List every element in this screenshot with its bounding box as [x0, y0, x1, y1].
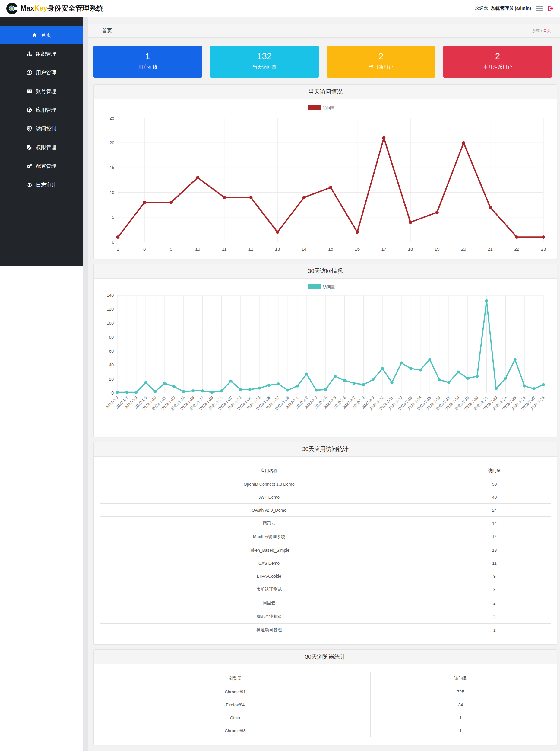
table-cell: JWT Demo — [100, 491, 438, 504]
svg-text:15: 15 — [328, 246, 333, 251]
column-header: 访问量 — [371, 672, 551, 686]
sidebar-item-label: 应用管理 — [36, 107, 56, 114]
table-row: MaxKey管理系统14 — [100, 531, 551, 544]
table-row: 腾讯企业邮箱2 — [100, 610, 551, 623]
stat-card-value: 132 — [210, 51, 319, 62]
svg-text:19: 19 — [435, 246, 440, 251]
panel-30day-visits: 30天访问情况 0204060801001201402022-1-22022-1… — [94, 264, 557, 437]
id-card-icon — [26, 89, 32, 94]
sidebar-item-label: 日志审计 — [36, 181, 56, 188]
table-row: Chrome/91725 — [100, 686, 551, 698]
svg-text:100: 100 — [107, 321, 114, 326]
sidebar-item-org[interactable]: 组织管理 — [0, 44, 83, 63]
gears-icon — [26, 163, 32, 169]
table-cell: 24 — [438, 504, 551, 517]
table-cell: 14 — [438, 517, 551, 531]
sidebar-scrollbar[interactable] — [83, 17, 88, 751]
svg-text:9: 9 — [170, 246, 172, 251]
table-cell: 腾讯企业邮箱 — [100, 610, 438, 623]
table-cell: OAuth v2.0_Demo — [100, 504, 438, 517]
table-cell: 1 — [438, 623, 551, 637]
sidebar-item-permission[interactable]: 权限管理 — [0, 138, 83, 157]
breadcrumb-current[interactable]: 首页 — [543, 28, 551, 33]
table-row: LTPA-Cookie9 — [100, 570, 551, 583]
table-cell: 2 — [438, 596, 551, 610]
menu-icon[interactable] — [536, 5, 542, 11]
panel-title-browser-stats: 30天浏览器统计 — [94, 650, 557, 665]
table-cell: 34 — [371, 698, 551, 711]
maxkey-logo-icon — [6, 2, 18, 15]
brand-key: Key — [34, 4, 47, 12]
stat-card-value: 1 — [94, 51, 202, 62]
table-cell: LTPA-Cookie — [100, 570, 438, 583]
svg-text:18: 18 — [408, 246, 413, 251]
svg-text:22: 22 — [514, 246, 519, 251]
table-cell: Firefox/84 — [100, 698, 371, 711]
svg-text:0: 0 — [111, 390, 114, 396]
logout-icon[interactable] — [547, 5, 554, 12]
table-cell: 14 — [438, 531, 551, 544]
sitemap-icon — [26, 51, 32, 57]
sidebar-item-label: 账号管理 — [36, 88, 56, 95]
table-cell: Chrome/91 — [100, 686, 371, 698]
sidebar-item-home[interactable]: 首页 — [0, 26, 83, 44]
app-visits-table: 应用名称访问量OpenID Connect 1.0 Demo50JWT Demo… — [100, 464, 551, 637]
table-row: Chrome/981 — [100, 725, 551, 737]
welcome-text: 欢迎您: 系统管理员 (admin) — [475, 5, 531, 11]
table-row: 阿里云2 — [100, 596, 551, 610]
svg-text:5: 5 — [112, 215, 114, 220]
sidebar-item-user[interactable]: 用户管理 — [0, 63, 83, 82]
stat-card-1: 132当天访问量 — [210, 46, 319, 78]
breadcrumb-trail: 系统 / 首页 — [532, 28, 551, 34]
table-row: 禅道项目管理1 — [100, 623, 551, 637]
svg-text:20: 20 — [109, 140, 114, 145]
eye-icon — [26, 182, 32, 188]
table-cell: 阿里云 — [100, 596, 438, 610]
stat-card-value: 2 — [443, 51, 552, 62]
page-title: 首页 — [102, 27, 112, 34]
svg-text:23: 23 — [541, 246, 546, 251]
table-row: 腾讯云14 — [100, 517, 551, 531]
sidebar-item-config[interactable]: 配置管理 — [0, 157, 83, 175]
sidebar-item-audit[interactable]: 日志审计 — [0, 175, 83, 194]
sidebar-item-label: 权限管理 — [36, 144, 56, 151]
table-cell: Token_Based_Simple — [100, 544, 438, 557]
table-row: Other1 — [100, 711, 551, 725]
column-header: 访问量 — [438, 464, 551, 478]
monthly-visits-chart: 0204060801001201402022-1-22022-1-72022-1… — [94, 278, 557, 437]
table-header-row: 浏览器访问量 — [100, 672, 551, 686]
sidebar-item-account[interactable]: 账号管理 — [0, 82, 83, 100]
panel-title-30day-visits: 30天访问情况 — [94, 264, 557, 278]
today-visits-chart: 0510152025189101112131415161718192021222… — [94, 99, 557, 259]
user-icon — [26, 70, 32, 75]
sidebar-item-label: 访问控制 — [36, 125, 56, 132]
svg-text:13: 13 — [275, 246, 280, 251]
sidebar-item-label: 用户管理 — [36, 69, 56, 76]
table-row: OAuth v2.0_Demo24 — [100, 504, 551, 517]
stat-card-label: 当天访问量 — [210, 64, 319, 70]
table-cell: 禅道项目管理 — [100, 623, 438, 637]
svg-text:40: 40 — [109, 363, 114, 367]
svg-text:14: 14 — [302, 246, 307, 251]
table-cell: 9 — [438, 570, 551, 583]
table-cell: 11 — [438, 557, 551, 570]
svg-text:60: 60 — [109, 349, 114, 353]
svg-text:21: 21 — [487, 246, 493, 251]
sidebar-item-access[interactable]: 访问控制 — [0, 119, 83, 138]
table-cell: CAS Demo — [100, 557, 438, 570]
table-header-row: 应用名称访问量 — [100, 464, 551, 478]
browser-visits-table: 浏览器访问量Chrome/91725Firefox/8434Other1Chro… — [100, 672, 551, 737]
svg-text:25: 25 — [109, 116, 114, 120]
app-title: MaxKey身份安全管理系统 — [20, 4, 103, 13]
welcome-prefix: 欢迎您: — [475, 5, 491, 11]
column-header: 应用名称 — [100, 464, 438, 478]
panel-title-today-visits: 当天访问情况 — [94, 84, 557, 99]
sidebar-item-app[interactable]: 应用管理 — [0, 100, 83, 119]
breadcrumb: 首页 系统 / 首页 — [88, 23, 560, 38]
table-cell: 50 — [438, 478, 551, 491]
svg-text:20: 20 — [109, 377, 114, 382]
globe-icon — [26, 107, 32, 113]
table-cell: 13 — [438, 544, 551, 557]
panel-title-app-stats: 30天应用访问统计 — [94, 442, 557, 457]
sidebar-nav: 首页组织管理用户管理账号管理应用管理访问控制权限管理配置管理日志审计 — [0, 17, 83, 266]
